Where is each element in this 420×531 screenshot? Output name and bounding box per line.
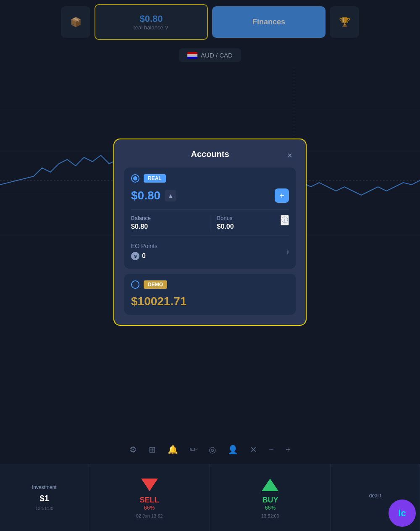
deal-label: deal t xyxy=(369,493,381,499)
sell-pct: 66% xyxy=(144,505,155,511)
modal-header: Accounts × xyxy=(124,149,296,159)
edit-icon[interactable]: ✏ xyxy=(190,445,197,455)
demo-badge: DEMO xyxy=(144,280,167,289)
demo-radio-button[interactable] xyxy=(131,280,139,289)
buy-label: BUY xyxy=(262,496,278,505)
investment-value: $1 xyxy=(39,494,49,503)
eo-points-value: 0 xyxy=(142,252,146,260)
demo-account-section: DEMO $10021.71 xyxy=(124,274,296,315)
investment-cell[interactable]: investment $1 13:51:30 xyxy=(0,464,89,531)
eo-coin-icon: ⊙ xyxy=(131,252,139,260)
real-balance-left: $0.80 ▲ xyxy=(131,189,176,202)
sell-label: SELL xyxy=(140,496,159,505)
balance-col-label: Balance xyxy=(131,215,203,221)
modal-title: Accounts xyxy=(191,149,229,159)
bonus-col-inner: Bonus $0.00 xyxy=(217,215,234,230)
user-icon[interactable]: 👤 xyxy=(228,445,238,455)
close-toolbar-icon[interactable]: ✕ xyxy=(250,445,257,455)
sell-arrow-icon xyxy=(139,476,160,496)
logo-badge: lc xyxy=(388,500,416,527)
real-badge: REAL xyxy=(144,174,166,183)
bonus-col-value: $0.00 xyxy=(217,223,234,230)
info-icon: ⓘ xyxy=(281,216,288,223)
add-funds-button[interactable]: + xyxy=(275,188,289,203)
sell-button[interactable]: SELL 66% 02 Jan 13:52 xyxy=(89,464,210,531)
divider-1 xyxy=(131,209,289,210)
balance-col-value: $0.80 xyxy=(131,223,203,230)
time-1: 13:51:30 xyxy=(35,506,53,511)
divider-2 xyxy=(131,235,289,236)
chevron-up-icon: ▲ xyxy=(168,192,173,199)
info-button[interactable]: ⓘ xyxy=(281,215,289,225)
time-3: 13:52:00 xyxy=(261,513,279,518)
balance-dropdown-button[interactable]: ▲ xyxy=(165,190,176,201)
bonus-col: Bonus $0.00 ⓘ xyxy=(217,215,289,230)
eo-points-left: EO Points ⊙ 0 xyxy=(131,243,158,260)
col-divider xyxy=(210,215,210,230)
bottom-toolbar: ⚙ ⊞ 🔔 ✏ ◎ 👤 ✕ − + xyxy=(0,439,420,460)
eo-points-label: EO Points xyxy=(131,243,158,249)
demo-account-type-row: DEMO xyxy=(131,280,289,289)
plus-toolbar-icon[interactable]: + xyxy=(286,445,291,455)
close-icon: × xyxy=(287,151,292,160)
indicator-icon[interactable]: ◎ xyxy=(209,445,216,455)
balance-bonus-row: Balance $0.80 Bonus $0.00 ⓘ xyxy=(131,215,289,230)
chevron-right-icon: › xyxy=(286,247,289,256)
real-account-section: REAL $0.80 ▲ + Balance $0.80 xyxy=(124,167,296,269)
eo-value-row: ⊙ 0 xyxy=(131,252,158,260)
real-balance-amount: $0.80 xyxy=(131,189,160,202)
demo-balance-amount: $10021.71 xyxy=(131,295,186,308)
accounts-modal: Accounts × REAL $0.80 ▲ + xyxy=(113,139,307,326)
logo-text: lc xyxy=(398,508,406,519)
time-2: 02 Jan 13:52 xyxy=(136,513,163,518)
svg-marker-6 xyxy=(141,479,158,491)
minus-icon[interactable]: − xyxy=(269,445,274,455)
chart-icon[interactable]: ⊞ xyxy=(149,445,156,455)
settings-icon[interactable]: ⚙ xyxy=(129,445,137,455)
buy-pct: 66% xyxy=(265,505,276,511)
investment-label: investment xyxy=(32,484,57,490)
real-account-type-row: REAL xyxy=(131,174,289,183)
eo-points-row[interactable]: EO Points ⊙ 0 › xyxy=(131,241,289,262)
buy-arrow-icon xyxy=(260,476,281,496)
close-button[interactable]: × xyxy=(284,149,296,161)
alert-icon[interactable]: 🔔 xyxy=(168,445,178,455)
real-radio-button[interactable] xyxy=(131,174,139,183)
bonus-col-label: Bonus xyxy=(217,215,234,221)
bottom-action-bar: investment $1 13:51:30 SELL 66% 02 Jan 1… xyxy=(0,464,420,531)
real-balance-row: $0.80 ▲ + xyxy=(131,188,289,203)
svg-marker-7 xyxy=(262,479,278,491)
balance-col: Balance $0.80 xyxy=(131,215,203,230)
plus-icon: + xyxy=(279,191,284,201)
buy-button[interactable]: BUY 66% 13:52:00 xyxy=(210,464,331,531)
